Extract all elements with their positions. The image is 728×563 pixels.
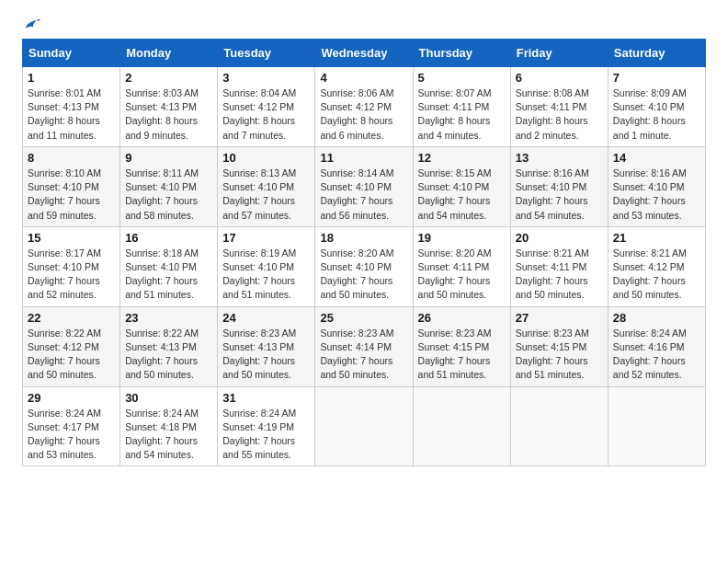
day-info: Sunrise: 8:21 AMSunset: 4:12 PMDaylight:… [613,247,700,303]
day-info: Sunrise: 8:21 AMSunset: 4:11 PMDaylight:… [516,247,603,303]
calendar-cell: 25Sunrise: 8:23 AMSunset: 4:14 PMDayligh… [315,306,413,386]
day-number: 8 [28,151,115,165]
day-info: Sunrise: 8:22 AMSunset: 4:13 PMDaylight:… [125,327,212,383]
day-info: Sunrise: 8:19 AMSunset: 4:10 PMDaylight:… [222,247,310,303]
bird-icon [24,18,40,31]
weekday-header-monday: Monday [120,40,218,67]
calendar-cell: 8Sunrise: 8:10 AMSunset: 4:10 PMDaylight… [23,146,120,226]
day-info: Sunrise: 8:13 AMSunset: 4:10 PMDaylight:… [222,167,310,223]
day-info: Sunrise: 8:17 AMSunset: 4:10 PMDaylight:… [28,247,115,303]
weekday-header-friday: Friday [510,40,608,67]
day-number: 16 [125,231,212,245]
calendar-week-3: 15Sunrise: 8:17 AMSunset: 4:10 PMDayligh… [23,226,706,306]
day-number: 4 [320,71,407,85]
calendar-cell: 9Sunrise: 8:11 AMSunset: 4:10 PMDaylight… [120,146,218,226]
calendar-cell: 14Sunrise: 8:16 AMSunset: 4:10 PMDayligh… [608,146,705,226]
calendar-cell: 21Sunrise: 8:21 AMSunset: 4:12 PMDayligh… [608,226,705,306]
day-info: Sunrise: 8:24 AMSunset: 4:17 PMDaylight:… [28,407,115,463]
day-number: 6 [516,71,603,85]
day-number: 14 [613,151,700,165]
calendar-cell: 1Sunrise: 8:01 AMSunset: 4:13 PMDaylight… [23,67,120,147]
day-number: 17 [222,231,310,245]
calendar-cell: 18Sunrise: 8:20 AMSunset: 4:10 PMDayligh… [315,226,413,306]
calendar-cell: 17Sunrise: 8:19 AMSunset: 4:10 PMDayligh… [218,226,315,306]
day-number: 10 [222,151,310,165]
day-number: 31 [222,391,310,405]
day-info: Sunrise: 8:06 AMSunset: 4:12 PMDaylight:… [320,86,407,143]
calendar-week-4: 22Sunrise: 8:22 AMSunset: 4:12 PMDayligh… [23,306,706,386]
day-number: 18 [320,231,407,245]
day-info: Sunrise: 8:04 AMSunset: 4:12 PMDaylight:… [222,86,310,143]
weekday-header-sunday: Sunday [23,40,120,67]
calendar-cell: 31Sunrise: 8:24 AMSunset: 4:19 PMDayligh… [218,386,315,466]
day-number: 13 [516,151,603,165]
calendar-cell: 13Sunrise: 8:16 AMSunset: 4:10 PMDayligh… [510,146,608,226]
day-number: 28 [613,311,700,325]
calendar-cell: 6Sunrise: 8:08 AMSunset: 4:11 PMDaylight… [510,67,608,147]
calendar-cell: 22Sunrise: 8:22 AMSunset: 4:12 PMDayligh… [23,306,120,386]
day-info: Sunrise: 8:08 AMSunset: 4:11 PMDaylight:… [516,86,603,143]
day-number: 9 [125,151,212,165]
calendar-cell: 19Sunrise: 8:20 AMSunset: 4:11 PMDayligh… [413,226,510,306]
day-info: Sunrise: 8:09 AMSunset: 4:10 PMDaylight:… [613,86,700,143]
day-number: 15 [28,231,115,245]
day-number: 19 [418,231,506,245]
day-info: Sunrise: 8:22 AMSunset: 4:12 PMDaylight:… [28,327,115,383]
calendar-cell: 30Sunrise: 8:24 AMSunset: 4:18 PMDayligh… [120,386,218,466]
day-info: Sunrise: 8:14 AMSunset: 4:10 PMDaylight:… [320,167,407,223]
calendar-cell: 12Sunrise: 8:15 AMSunset: 4:10 PMDayligh… [413,146,510,226]
day-info: Sunrise: 8:16 AMSunset: 4:10 PMDaylight:… [613,167,700,223]
calendar-cell: 26Sunrise: 8:23 AMSunset: 4:15 PMDayligh… [413,306,510,386]
calendar-week-2: 8Sunrise: 8:10 AMSunset: 4:10 PMDaylight… [23,146,706,226]
day-number: 25 [320,311,407,325]
calendar-cell: 10Sunrise: 8:13 AMSunset: 4:10 PMDayligh… [218,146,315,226]
calendar-cell: 15Sunrise: 8:17 AMSunset: 4:10 PMDayligh… [23,226,120,306]
day-info: Sunrise: 8:20 AMSunset: 4:10 PMDaylight:… [320,247,407,303]
day-info: Sunrise: 8:15 AMSunset: 4:10 PMDaylight:… [418,167,506,223]
calendar-cell: 5Sunrise: 8:07 AMSunset: 4:11 PMDaylight… [413,67,510,147]
day-number: 27 [516,311,603,325]
calendar-cell [608,386,705,466]
calendar-week-5: 29Sunrise: 8:24 AMSunset: 4:17 PMDayligh… [23,386,706,466]
calendar-cell: 3Sunrise: 8:04 AMSunset: 4:12 PMDaylight… [218,67,315,147]
weekday-header-saturday: Saturday [608,40,705,67]
day-info: Sunrise: 8:20 AMSunset: 4:11 PMDaylight:… [418,247,506,303]
calendar-cell: 2Sunrise: 8:03 AMSunset: 4:13 PMDaylight… [120,67,218,147]
logo [22,18,40,28]
day-number: 23 [125,311,212,325]
calendar-cell: 7Sunrise: 8:09 AMSunset: 4:10 PMDaylight… [608,67,705,147]
day-number: 5 [418,71,506,85]
day-info: Sunrise: 8:07 AMSunset: 4:11 PMDaylight:… [418,86,506,143]
calendar-cell: 29Sunrise: 8:24 AMSunset: 4:17 PMDayligh… [23,386,120,466]
day-number: 30 [125,391,212,405]
day-info: Sunrise: 8:16 AMSunset: 4:10 PMDaylight:… [516,167,603,223]
day-number: 24 [222,311,310,325]
day-info: Sunrise: 8:03 AMSunset: 4:13 PMDaylight:… [125,86,212,143]
day-number: 1 [28,71,115,85]
day-number: 11 [320,151,407,165]
calendar-header-row: SundayMondayTuesdayWednesdayThursdayFrid… [23,40,706,67]
calendar-cell: 11Sunrise: 8:14 AMSunset: 4:10 PMDayligh… [315,146,413,226]
day-info: Sunrise: 8:23 AMSunset: 4:14 PMDaylight:… [320,327,407,383]
calendar-cell [510,386,608,466]
calendar-cell [315,386,413,466]
day-info: Sunrise: 8:23 AMSunset: 4:13 PMDaylight:… [222,327,310,383]
day-info: Sunrise: 8:18 AMSunset: 4:10 PMDaylight:… [125,247,212,303]
weekday-header-wednesday: Wednesday [315,40,413,67]
weekday-header-thursday: Thursday [413,40,510,67]
calendar-cell: 16Sunrise: 8:18 AMSunset: 4:10 PMDayligh… [120,226,218,306]
day-info: Sunrise: 8:10 AMSunset: 4:10 PMDaylight:… [28,167,115,223]
day-info: Sunrise: 8:01 AMSunset: 4:13 PMDaylight:… [28,86,115,143]
calendar-week-1: 1Sunrise: 8:01 AMSunset: 4:13 PMDaylight… [23,67,706,147]
calendar: SundayMondayTuesdayWednesdayThursdayFrid… [22,39,706,466]
day-number: 20 [516,231,603,245]
weekday-header-tuesday: Tuesday [218,40,315,67]
calendar-cell: 28Sunrise: 8:24 AMSunset: 4:16 PMDayligh… [608,306,705,386]
day-number: 2 [125,71,212,85]
day-number: 29 [28,391,115,405]
day-number: 3 [222,71,310,85]
day-number: 26 [418,311,506,325]
calendar-cell: 4Sunrise: 8:06 AMSunset: 4:12 PMDaylight… [315,67,413,147]
day-number: 21 [613,231,700,245]
day-number: 12 [418,151,506,165]
